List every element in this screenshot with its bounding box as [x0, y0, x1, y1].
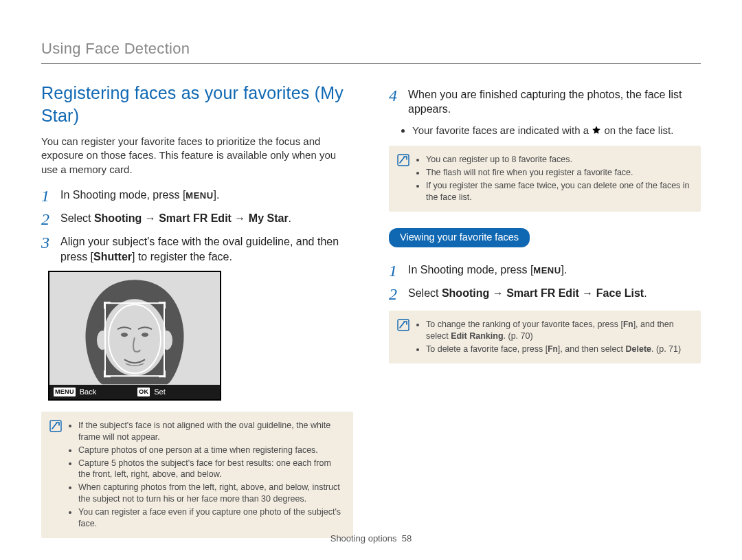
fn-label: Fn: [623, 320, 633, 329]
text: ], and then select: [558, 344, 626, 354]
note-icon: [397, 154, 409, 166]
text: In Shooting mode, press [: [60, 189, 186, 201]
step-number: 4: [389, 87, 401, 117]
svg-rect-11: [104, 370, 105, 377]
note-item: You can register up to 8 favorite faces.: [426, 154, 693, 166]
bold: Smart FR Edit: [159, 212, 232, 224]
step-body: Select Shooting → Smart FR Edit → My Sta…: [60, 211, 291, 227]
section-title: Registering faces as your favorites (My …: [41, 82, 353, 128]
note-item: The flash will not fire when you registe…: [426, 167, 693, 179]
step-2: 2 Select Shooting → Smart FR Edit → My S…: [41, 211, 353, 227]
set-label: Set: [154, 387, 166, 397]
note-item: If the subject's face is not aligned wit…: [78, 420, 345, 443]
svg-rect-7: [104, 302, 105, 309]
arrow: →: [142, 212, 159, 224]
step-body: When you are finished capturing the phot…: [408, 87, 701, 117]
note-icon: [49, 420, 62, 432]
note-callout: To change the ranking of your favorite f…: [389, 311, 701, 363]
subsection-pill: Viewing your favorite faces: [389, 228, 530, 248]
content-columns: Registering faces as your favorites (My …: [41, 82, 701, 550]
view-step-1: 1 In Shooting mode, press [MENU].: [389, 262, 701, 279]
bold: Smart FR Edit: [506, 287, 579, 299]
text: ] to register the face.: [132, 251, 232, 262]
face-screen: [49, 272, 220, 385]
text: To change the ranking of your favorite f…: [426, 320, 623, 329]
text: ].: [214, 189, 220, 201]
note-item: You can register a face even if you capt…: [78, 506, 345, 530]
text: .: [644, 287, 647, 299]
page: Using Face Detection Registering faces a…: [0, 0, 742, 550]
intro-text: You can register your favorite faces to …: [41, 135, 353, 177]
arrow: →: [489, 287, 506, 299]
step-4-sublist: Your favorite faces are indicated with a…: [412, 124, 701, 137]
bold: Delete: [626, 344, 652, 354]
bold: My Star: [249, 212, 289, 224]
page-footer: Shooting options 58: [0, 533, 742, 545]
step-body: In Shooting mode, press [MENU].: [60, 188, 220, 204]
page-header: Using Face Detection: [41, 38, 701, 59]
step-body: Align your subject's face with the oval …: [60, 234, 353, 264]
step-number: 1: [41, 188, 54, 204]
step-body: In Shooting mode, press [MENU].: [408, 262, 567, 279]
text: Select: [408, 287, 442, 299]
arrow: →: [232, 212, 249, 224]
note-item: Capture photos of one person at a time w…: [78, 445, 345, 456]
text: .: [289, 212, 291, 224]
step-number: 2: [41, 211, 54, 227]
text: In Shooting mode, press [: [408, 264, 533, 276]
note-callout: You can register up to 8 favorite faces.…: [389, 146, 701, 212]
bold: Shooting: [94, 212, 142, 224]
back-label: Back: [80, 387, 96, 397]
star-icon: [592, 125, 601, 135]
left-column: Registering faces as your favorites (My …: [41, 82, 353, 550]
text: . (p. 70): [504, 331, 533, 341]
header-rule: [41, 63, 701, 64]
page-number: 58: [402, 533, 412, 544]
text: ].: [561, 264, 567, 276]
note-callout: If the subject's face is not aligned wit…: [41, 412, 353, 538]
menu-label: MENU: [533, 265, 561, 276]
svg-point-4: [142, 333, 148, 337]
step-body: Select Shooting → Smart FR Edit → Face L…: [408, 286, 647, 302]
step-number: 3: [41, 234, 54, 264]
step-number: 1: [389, 262, 401, 279]
face-illustration-icon: [63, 276, 207, 385]
svg-point-2: [161, 331, 172, 350]
view-step-2: 2 Select Shooting → Smart FR Edit → Face…: [389, 286, 701, 302]
sub-item: Your favorite faces are indicated with a…: [412, 124, 701, 137]
step-4: 4 When you are finished capturing the ph…: [389, 87, 701, 117]
face-guideline-figure: MENU Back OK Set: [48, 271, 221, 401]
step-1: 1 In Shooting mode, press [MENU].: [41, 188, 353, 204]
note-list: If the subject's face is not aligned wit…: [78, 418, 345, 531]
bold: Shooting: [442, 287, 489, 299]
note-item: To change the ranking of your favorite f…: [426, 319, 693, 342]
ok-button-label: OK: [137, 388, 150, 396]
text: Select: [60, 212, 94, 224]
menu-button-label: MENU: [54, 388, 76, 396]
note-list: To change the ranking of your favorite f…: [426, 317, 693, 357]
fn-label: Fn: [548, 344, 558, 354]
menu-label: MENU: [186, 190, 213, 201]
arrow: →: [579, 287, 596, 299]
text: To delete a favorite face, press [: [426, 344, 548, 354]
note-item: Capture 5 photos the subject's face for …: [78, 458, 345, 481]
right-column: 4 When you are finished capturing the ph…: [389, 82, 701, 550]
svg-point-1: [97, 331, 108, 350]
bold: Edit Ranking: [451, 331, 503, 341]
footer-section: Shooting options: [330, 533, 397, 544]
step-number: 2: [389, 286, 401, 302]
bold: Shutter: [93, 251, 132, 262]
note-item: To delete a favorite face, press [Fn], a…: [426, 344, 693, 355]
note-list: You can register up to 8 favorite faces.…: [426, 153, 693, 205]
text: on the face list.: [604, 124, 673, 136]
svg-rect-13: [164, 370, 166, 377]
text: Your favorite faces are indicated with a: [412, 124, 592, 136]
note-icon: [397, 319, 409, 331]
figure-footer: MENU Back OK Set: [49, 385, 220, 399]
step-3: 3 Align your subject's face with the ova…: [41, 234, 353, 264]
svg-rect-9: [164, 302, 166, 309]
note-item: When capturing photos from the left, rig…: [78, 482, 345, 505]
svg-point-3: [121, 333, 128, 337]
note-item: If you register the same face twice, you…: [426, 180, 693, 203]
bold: Face List: [596, 287, 644, 299]
